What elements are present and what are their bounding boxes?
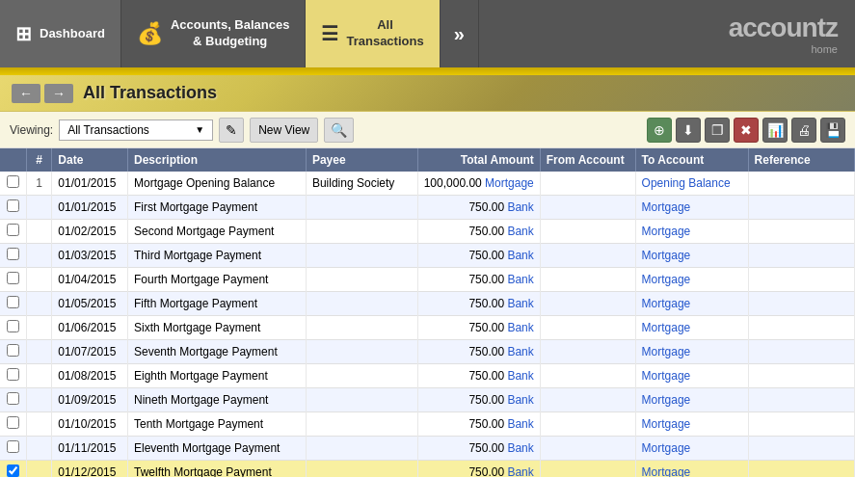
table-row[interactable]: 01/05/2015Fifth Mortgage Payment750.00 B… xyxy=(0,292,855,316)
row-checkbox-cell[interactable] xyxy=(0,244,27,268)
table-row[interactable]: 01/03/2015Third Mortgage Payment750.00 B… xyxy=(0,244,855,268)
row-to-account[interactable]: Mortgage xyxy=(635,220,748,244)
add-transaction-button[interactable]: ⊕ xyxy=(647,118,672,143)
table-row[interactable]: 01/12/2015Twelfth Mortgage Payment750.00… xyxy=(0,461,855,478)
row-from-inline[interactable]: Bank xyxy=(507,345,533,358)
dropdown-arrow-icon: ▼ xyxy=(195,124,204,135)
row-to-link[interactable]: Mortgage xyxy=(642,297,691,310)
nav-accounts[interactable]: 💰 Accounts, Balances& Budgeting xyxy=(121,0,307,67)
copy-button[interactable]: ❐ xyxy=(705,118,730,143)
row-to-link[interactable]: Mortgage xyxy=(642,321,691,334)
row-checkbox-cell[interactable] xyxy=(0,196,27,220)
row-from-inline[interactable]: Bank xyxy=(507,249,533,262)
row-num xyxy=(27,412,52,437)
row-checkbox[interactable] xyxy=(7,248,19,260)
table-row[interactable]: 01/01/2015First Mortgage Payment750.00 B… xyxy=(0,196,855,220)
row-to-link[interactable]: Mortgage xyxy=(642,369,691,383)
row-checkbox[interactable] xyxy=(7,440,19,453)
row-from-inline[interactable]: Bank xyxy=(507,369,533,383)
table-row[interactable]: 01/10/2015Tenth Mortgage Payment750.00 B… xyxy=(0,412,855,437)
row-to-link[interactable]: Mortgage xyxy=(642,249,691,262)
row-to-link[interactable]: Opening Balance xyxy=(642,176,731,190)
row-checkbox[interactable] xyxy=(7,368,19,381)
row-checkbox[interactable] xyxy=(7,344,19,357)
row-checkbox[interactable] xyxy=(7,199,19,212)
row-to-account[interactable]: Mortgage xyxy=(635,412,748,437)
edit-view-button[interactable]: ✎ xyxy=(219,118,244,143)
row-checkbox-cell[interactable] xyxy=(0,292,27,316)
row-checkbox-cell[interactable] xyxy=(0,461,27,478)
row-checkbox[interactable] xyxy=(7,296,19,308)
row-to-account[interactable]: Mortgage xyxy=(635,268,748,292)
row-to-account[interactable]: Mortgage xyxy=(635,340,748,364)
forward-button[interactable]: → xyxy=(44,84,73,103)
row-from-inline[interactable]: Bank xyxy=(507,465,533,477)
chart-button[interactable]: 📊 xyxy=(762,118,788,143)
import-button[interactable]: ⬇ xyxy=(676,118,701,143)
row-checkbox-cell[interactable] xyxy=(0,172,27,196)
row-to-account[interactable]: Mortgage xyxy=(635,292,748,316)
row-to-account[interactable]: Mortgage xyxy=(635,388,748,412)
view-selector[interactable]: All Transactions ▼ xyxy=(59,119,213,141)
row-checkbox-cell[interactable] xyxy=(0,364,27,388)
row-from-inline[interactable]: Bank xyxy=(507,441,533,455)
row-from-inline[interactable]: Bank xyxy=(507,393,533,407)
nav-more[interactable]: » xyxy=(441,0,479,67)
table-row[interactable]: 01/04/2015Fourth Mortgage Payment750.00 … xyxy=(0,268,855,292)
row-from-inline[interactable]: Bank xyxy=(507,321,533,334)
print-button[interactable]: 🖨 xyxy=(791,118,816,143)
row-to-account[interactable]: Mortgage xyxy=(635,437,748,461)
row-description: Seventh Mortgage Payment xyxy=(127,340,306,364)
row-checkbox[interactable] xyxy=(7,320,19,332)
row-to-account[interactable]: Mortgage xyxy=(635,316,748,340)
row-checkbox-cell[interactable] xyxy=(0,220,27,244)
row-to-account[interactable]: Mortgage xyxy=(635,461,748,478)
row-to-link[interactable]: Mortgage xyxy=(642,393,691,407)
row-to-link[interactable]: Mortgage xyxy=(642,465,691,477)
table-row[interactable]: 101/01/2015Mortgage Opening BalanceBuild… xyxy=(0,172,855,196)
row-checkbox-cell[interactable] xyxy=(0,268,27,292)
row-to-account[interactable]: Opening Balance xyxy=(635,172,748,196)
table-row[interactable]: 01/07/2015Seventh Mortgage Payment750.00… xyxy=(0,340,855,364)
row-to-account[interactable]: Mortgage xyxy=(635,244,748,268)
table-row[interactable]: 01/08/2015Eighth Mortgage Payment750.00 … xyxy=(0,364,855,388)
row-from-account xyxy=(540,461,635,478)
row-checkbox-cell[interactable] xyxy=(0,316,27,340)
new-view-button[interactable]: New View xyxy=(250,118,318,143)
row-checkbox-cell[interactable] xyxy=(0,412,27,437)
row-checkbox[interactable] xyxy=(7,464,19,477)
table-row[interactable]: 01/06/2015Sixth Mortgage Payment750.00 B… xyxy=(0,316,855,340)
row-checkbox-cell[interactable] xyxy=(0,437,27,461)
row-from-inline[interactable]: Bank xyxy=(507,297,533,310)
row-checkbox-cell[interactable] xyxy=(0,340,27,364)
row-checkbox-cell[interactable] xyxy=(0,388,27,412)
row-from-inline[interactable]: Bank xyxy=(507,273,533,286)
table-row[interactable]: 01/09/2015Nineth Mortgage Payment750.00 … xyxy=(0,388,855,412)
row-from-inline[interactable]: Mortgage xyxy=(485,176,534,190)
row-checkbox[interactable] xyxy=(7,175,19,188)
nav-dashboard[interactable]: ⊞ Dashboard xyxy=(0,0,121,67)
table-row[interactable]: 01/02/2015Second Mortgage Payment750.00 … xyxy=(0,220,855,244)
row-to-link[interactable]: Mortgage xyxy=(642,225,691,238)
back-button[interactable]: ← xyxy=(12,84,40,103)
row-checkbox[interactable] xyxy=(7,224,19,236)
row-to-link[interactable]: Mortgage xyxy=(642,345,691,358)
export-button[interactable]: 💾 xyxy=(820,118,845,143)
row-checkbox[interactable] xyxy=(7,272,19,284)
nav-more-icon: » xyxy=(454,23,465,45)
search-button[interactable]: 🔍 xyxy=(324,118,354,143)
row-to-account[interactable]: Mortgage xyxy=(635,364,748,388)
table-row[interactable]: 01/11/2015Eleventh Mortgage Payment750.0… xyxy=(0,437,855,461)
row-from-inline[interactable]: Bank xyxy=(507,417,533,431)
nav-transactions[interactable]: ☰ AllTransactions xyxy=(306,0,440,67)
row-to-link[interactable]: Mortgage xyxy=(642,441,691,455)
row-from-inline[interactable]: Bank xyxy=(507,225,533,238)
delete-button[interactable]: ✖ xyxy=(734,118,759,143)
row-checkbox[interactable] xyxy=(7,392,19,405)
row-to-link[interactable]: Mortgage xyxy=(642,273,691,286)
row-to-account[interactable]: Mortgage xyxy=(635,196,748,220)
row-to-link[interactable]: Mortgage xyxy=(642,417,691,431)
row-checkbox[interactable] xyxy=(7,416,19,429)
row-to-link[interactable]: Mortgage xyxy=(642,200,691,214)
row-from-inline[interactable]: Bank xyxy=(507,200,533,214)
